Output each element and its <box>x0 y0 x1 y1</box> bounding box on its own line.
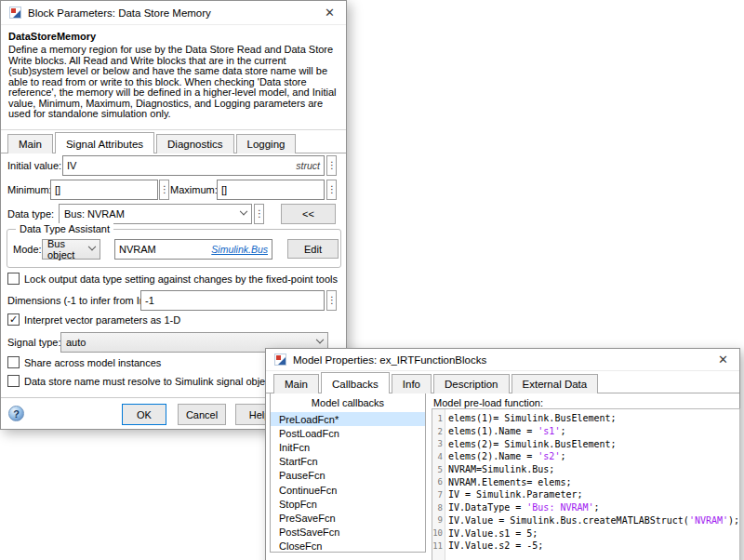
resolve-signal-checkbox[interactable] <box>7 375 20 387</box>
line-number: 8 <box>432 503 445 513</box>
interpret-vector-label: Interpret vector parameters as 1-D <box>24 314 180 326</box>
callback-item-postsavefcn[interactable]: PostSaveFcn <box>271 526 425 540</box>
cancel-button[interactable]: Cancel <box>178 404 226 425</box>
code-text: elems(1)= Simulink.BusElement; <box>445 413 617 423</box>
code-text: IV.Value.s2 = -5; <box>445 540 543 551</box>
minimum-options-button[interactable]: ⋮ <box>159 180 169 200</box>
code-text: IV.Value.s1 = 5; <box>445 528 538 539</box>
code-editor[interactable]: 1elems(1)= Simulink.BusElement;2elems(1)… <box>432 408 740 560</box>
tab-callbacks[interactable]: Callbacks <box>321 372 390 393</box>
callback-item-presavefcn[interactable]: PreSaveFcn <box>271 511 425 525</box>
code-line-5: 5NVRAM=Simulink.Bus; <box>432 463 739 476</box>
dimensions-input[interactable]: -1 <box>140 290 325 311</box>
model-properties-tabs: MainCallbacksInfoDescriptionExternal Dat… <box>273 372 600 393</box>
callback-item-continuefcn[interactable]: ContinueFcn <box>271 483 425 497</box>
tab-main[interactable]: Main <box>273 374 319 393</box>
lock-output-label: Lock output data type setting against ch… <box>24 273 338 285</box>
tab-external-data[interactable]: External Data <box>512 374 599 393</box>
dialog-title: Model Properties: ex_IRTFunctionBlocks <box>293 354 486 366</box>
close-icon[interactable]: ✕ <box>715 352 731 367</box>
callback-item-pausefcn[interactable]: PauseFcn <box>271 469 425 483</box>
code-text: IV = Simulink.Parameter; <box>445 489 583 500</box>
chevron-down-icon <box>316 336 324 343</box>
block-parameters-titlebar[interactable]: Block Parameters: Data Store Memory ✕ <box>1 1 346 25</box>
code-text: IV.Value = Simulink.Bus.createMATLABStru… <box>445 515 739 526</box>
struct-badge: struct <box>296 160 320 171</box>
initial-value-label: Initial value: <box>7 160 61 171</box>
data-type-combobox[interactable]: Bus: NVRAM <box>59 204 252 224</box>
code-text: NVRAM=Simulink.Bus; <box>445 464 554 474</box>
tab-main[interactable]: Main <box>7 134 53 153</box>
data-type-assistant-title: Data Type Assistant <box>16 223 113 234</box>
minimum-input[interactable]: [] <box>50 180 158 200</box>
simulink-icon <box>9 7 21 19</box>
code-line-2: 2elems(1).Name = 's1'; <box>432 425 739 438</box>
code-text: elems(1).Name = 's1'; <box>445 426 565 436</box>
code-line-9: 9IV.Value = Simulink.Bus.createMATLABStr… <box>432 514 739 527</box>
line-number: 4 <box>432 452 445 461</box>
callback-item-closefcn[interactable]: CloseFcn <box>271 540 425 553</box>
block-parameters-tabs: MainSignal AttributesDiagnosticsLogging <box>7 132 298 153</box>
model-properties-dialog: Model Properties: ex_IRTFunctionBlocks ✕… <box>265 348 740 560</box>
lock-output-checkbox[interactable] <box>7 273 20 285</box>
initial-value-options-button[interactable]: ⋮ <box>326 155 337 176</box>
initial-value-input[interactable]: IV struct <box>62 155 325 176</box>
help-icon[interactable]: ? <box>8 406 24 421</box>
mode-combobox[interactable]: Bus object <box>42 239 100 260</box>
line-number: 5 <box>432 465 445 474</box>
check-icon: ✓ <box>9 313 18 325</box>
close-icon[interactable]: ✕ <box>322 5 338 20</box>
description-separator <box>1 129 346 130</box>
callbacks-panel: Model callbacks PreLoadFcn*PostLoadFcnIn… <box>270 393 426 553</box>
line-number: 9 <box>432 515 445 525</box>
dialog-title: Block Parameters: Data Store Memory <box>28 7 211 19</box>
section-title: DataStoreMemory <box>8 31 96 42</box>
tab-diagnostics[interactable]: Diagnostics <box>156 134 233 153</box>
code-line-6: 6NVRAM.Elements= elems; <box>432 475 739 488</box>
bus-object-name-input[interactable]: NVRAM Simulink.Bus <box>114 239 272 260</box>
tab-logging[interactable]: Logging <box>236 134 297 153</box>
code-line-4: 4elems(2).Name = 's2'; <box>432 450 739 463</box>
callbacks-list: PreLoadFcn*PostLoadFcnInitFcnStartFcnPau… <box>271 412 425 553</box>
line-number: 10 <box>432 528 445 538</box>
code-text: NVRAM.Elements= elems; <box>445 477 571 487</box>
code-line-11: 11IV.Value.s2 = -5; <box>432 540 739 553</box>
line-number: 11 <box>432 541 445 551</box>
maximum-options-button[interactable]: ⋮ <box>326 180 337 200</box>
edit-button[interactable]: Edit <box>287 239 339 259</box>
collapse-assistant-button[interactable]: << <box>281 204 336 224</box>
tab-info[interactable]: Info <box>392 374 432 393</box>
code-text: elems(2).Name = 's2'; <box>445 451 565 461</box>
dimensions-options-button[interactable]: ⋮ <box>326 290 337 311</box>
code-line-10: 10IV.Value.s1 = 5; <box>432 527 739 540</box>
maximum-label: Maximum: <box>170 184 218 195</box>
callback-item-postloadfcn[interactable]: PostLoadFcn <box>271 426 425 440</box>
code-line-7: 7IV = Simulink.Parameter; <box>432 488 739 501</box>
code-text: elems(2)= Simulink.BusElement; <box>445 439 617 449</box>
callback-item-stopfcn[interactable]: StopFcn <box>271 497 425 511</box>
model-properties-titlebar[interactable]: Model Properties: ex_IRTFunctionBlocks ✕ <box>266 349 739 371</box>
code-line-3: 3elems(2)= Simulink.BusElement; <box>432 437 739 450</box>
line-number: 3 <box>432 439 445 448</box>
ok-button[interactable]: OK <box>122 404 166 425</box>
callback-item-preloadfcn[interactable]: PreLoadFcn* <box>271 412 425 426</box>
resolve-signal-label: Data store name must resolve to Simulink… <box>24 376 273 387</box>
code-line-1: 1elems(1)= Simulink.BusElement; <box>432 412 739 425</box>
callback-item-startfcn[interactable]: StartFcn <box>271 455 425 469</box>
code-label: Model pre-load function: <box>433 397 543 408</box>
maximum-input[interactable]: [] <box>217 180 325 200</box>
line-number: 7 <box>432 490 445 500</box>
simulink-icon <box>274 353 286 366</box>
code-text: IV.DataType = 'Bus: NVRAM'; <box>445 502 600 513</box>
signal-type-label: Signal type: <box>7 337 60 348</box>
callbacks-header: Model callbacks <box>271 393 425 412</box>
line-number: 6 <box>432 477 445 487</box>
share-instances-checkbox[interactable] <box>7 356 20 368</box>
simulink-bus-link[interactable]: Simulink.Bus <box>211 244 268 255</box>
callback-item-initfcn[interactable]: InitFcn <box>271 440 425 454</box>
line-number: 2 <box>432 427 445 436</box>
data-type-options-button[interactable]: ⋮ <box>254 204 264 224</box>
tab-description[interactable]: Description <box>433 374 510 393</box>
interpret-vector-checkbox[interactable]: ✓ <box>7 313 20 326</box>
tab-signal-attributes[interactable]: Signal Attributes <box>55 132 154 153</box>
